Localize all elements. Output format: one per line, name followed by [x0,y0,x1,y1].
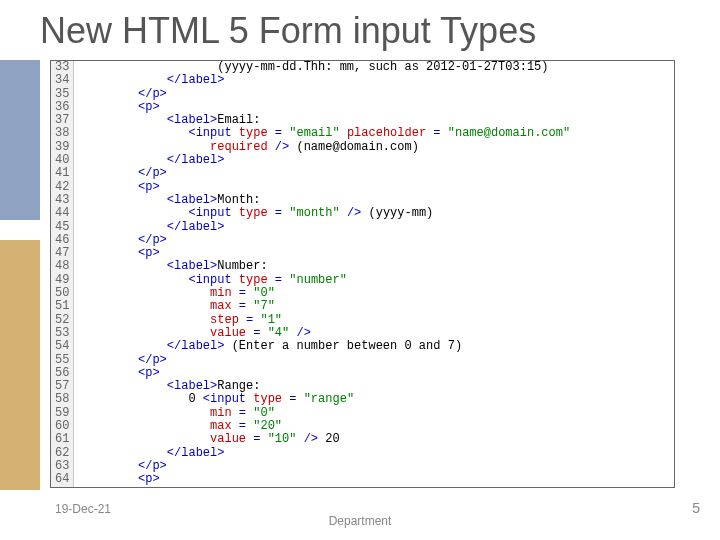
code-editor-frame: 3334353637383940414243444546474849505152… [50,60,675,488]
slide-title: New HTML 5 Form input Types [0,0,720,60]
decorative-sidebar [0,60,40,490]
code-content: (yyyy-mm-dd.Thh: mm, such as 2012-01-27T… [74,61,570,487]
footer-department: Department [0,514,720,528]
line-number-gutter: 3334353637383940414243444546474849505152… [51,61,74,487]
footer-page-number: 5 [692,500,700,516]
